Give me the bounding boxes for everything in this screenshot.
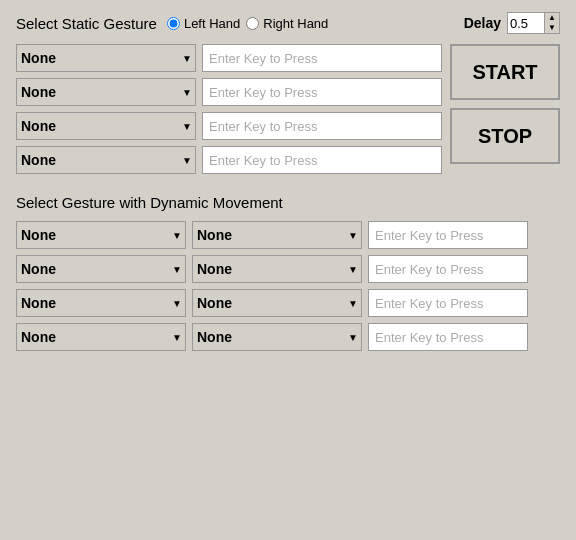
- dynamic-select-wrap-1a: NoneFistOpen: [16, 255, 186, 283]
- left-hand-label: Left Hand: [184, 16, 240, 31]
- dynamic-select-wrap-0a: NoneFistOpen: [16, 221, 186, 249]
- static-gesture-select-0[interactable]: NoneFistOpenPinch: [16, 44, 196, 72]
- static-rows-section: NoneFistOpenPinch NoneFistOpen NoneFistO…: [16, 44, 560, 180]
- delay-input[interactable]: [508, 15, 544, 32]
- static-gesture-select-1[interactable]: NoneFistOpen: [16, 78, 196, 106]
- static-key-input-3[interactable]: [202, 146, 442, 174]
- static-right-col: START STOP: [450, 44, 560, 180]
- left-hand-radio-label[interactable]: Left Hand: [167, 16, 240, 31]
- static-key-input-2[interactable]: [202, 112, 442, 140]
- static-select-wrap-0: NoneFistOpenPinch: [16, 44, 196, 72]
- dynamic-gesture-select-1b[interactable]: NoneFistOpen: [192, 255, 362, 283]
- dynamic-row-1: NoneFistOpen NoneFistOpen: [16, 255, 560, 283]
- delay-group: Delay ▲ ▼: [464, 12, 560, 34]
- right-hand-radio[interactable]: [246, 17, 259, 30]
- dynamic-select-wrap-1b: NoneFistOpen: [192, 255, 362, 283]
- static-gesture-select-2[interactable]: NoneFistOpen: [16, 112, 196, 140]
- dynamic-select-wrap-3a: NoneFistOpen: [16, 323, 186, 351]
- dynamic-select-wrap-2b: NoneFistOpen: [192, 289, 362, 317]
- dynamic-gesture-select-0a[interactable]: NoneFistOpen: [16, 221, 186, 249]
- start-button[interactable]: START: [450, 44, 560, 100]
- dynamic-key-input-3[interactable]: [368, 323, 528, 351]
- dynamic-gesture-select-1a[interactable]: NoneFistOpen: [16, 255, 186, 283]
- delay-input-wrap: ▲ ▼: [507, 12, 560, 34]
- dynamic-select-wrap-0b: NoneFistOpen: [192, 221, 362, 249]
- dynamic-gesture-select-2a[interactable]: NoneFistOpen: [16, 289, 186, 317]
- dynamic-row-3: NoneFistOpen NoneFistOpen: [16, 323, 560, 351]
- dynamic-select-wrap-3b: NoneFistOpen: [192, 323, 362, 351]
- delay-up-button[interactable]: ▲: [545, 13, 559, 23]
- dynamic-gesture-select-0b[interactable]: NoneFistOpen: [192, 221, 362, 249]
- right-hand-label: Right Hand: [263, 16, 328, 31]
- delay-label: Delay: [464, 15, 501, 31]
- stop-button[interactable]: STOP: [450, 108, 560, 164]
- static-row-3: NoneFistOpen: [16, 146, 442, 174]
- main-container: Select Static Gesture Left Hand Right Ha…: [0, 0, 576, 369]
- static-left-col: NoneFistOpenPinch NoneFistOpen NoneFistO…: [16, 44, 442, 180]
- static-row-0: NoneFistOpenPinch: [16, 44, 442, 72]
- right-hand-radio-label[interactable]: Right Hand: [246, 16, 328, 31]
- left-hand-radio[interactable]: [167, 17, 180, 30]
- delay-spinner: ▲ ▼: [544, 13, 559, 33]
- static-row-2: NoneFistOpen: [16, 112, 442, 140]
- dynamic-key-input-1[interactable]: [368, 255, 528, 283]
- dynamic-section-title: Select Gesture with Dynamic Movement: [16, 194, 560, 211]
- static-select-wrap-2: NoneFistOpen: [16, 112, 196, 140]
- dynamic-row-2: NoneFistOpen NoneFistOpen: [16, 289, 560, 317]
- dynamic-key-input-2[interactable]: [368, 289, 528, 317]
- dynamic-section: NoneFistOpen NoneFistOpen NoneFistOpen N…: [16, 221, 560, 351]
- dynamic-key-input-0[interactable]: [368, 221, 528, 249]
- dynamic-gesture-select-2b[interactable]: NoneFistOpen: [192, 289, 362, 317]
- dynamic-gesture-select-3a[interactable]: NoneFistOpen: [16, 323, 186, 351]
- dynamic-select-wrap-2a: NoneFistOpen: [16, 289, 186, 317]
- static-key-input-0[interactable]: [202, 44, 442, 72]
- static-gesture-select-3[interactable]: NoneFistOpen: [16, 146, 196, 174]
- static-key-input-1[interactable]: [202, 78, 442, 106]
- delay-down-button[interactable]: ▼: [545, 23, 559, 33]
- dynamic-row-0: NoneFistOpen NoneFistOpen: [16, 221, 560, 249]
- static-select-wrap-3: NoneFistOpen: [16, 146, 196, 174]
- static-row-1: NoneFistOpen: [16, 78, 442, 106]
- static-section-title: Select Static Gesture: [16, 15, 157, 32]
- static-select-wrap-1: NoneFistOpen: [16, 78, 196, 106]
- hand-radio-group: Left Hand Right Hand: [167, 16, 328, 31]
- dynamic-gesture-select-3b[interactable]: NoneFistOpen: [192, 323, 362, 351]
- static-section-header: Select Static Gesture Left Hand Right Ha…: [16, 12, 560, 34]
